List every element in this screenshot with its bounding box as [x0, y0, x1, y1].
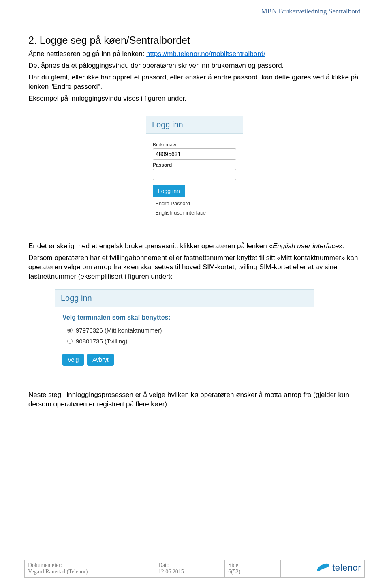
- page-footer: Dokumenteier: Vegard Ramstad (Telenor) D…: [24, 560, 365, 578]
- username-input[interactable]: [153, 148, 236, 160]
- page-header: MBN Brukerveiledning Sentralbord: [28, 0, 361, 18]
- url-link[interactable]: https://mb.telenor.no/mobiltsentralbord/: [146, 50, 265, 58]
- footer-page-label: Side: [228, 562, 277, 569]
- section-heading: 2. Logge seg på køen/Sentralbordet: [28, 34, 361, 46]
- username-label: Brukernavn: [153, 142, 236, 148]
- cancel-button[interactable]: Avbryt: [87, 354, 113, 366]
- terminal-option-1[interactable]: 97976326 (Mitt kontaktnummer): [67, 327, 306, 334]
- password-input[interactable]: [153, 169, 236, 180]
- change-password-link[interactable]: Endre Passord: [155, 200, 236, 206]
- login-button[interactable]: Logg inn: [153, 185, 185, 197]
- footer-owner-label: Dokumenteier:: [28, 562, 152, 569]
- paragraph-open-link: Åpne nettleseren og gå inn på lenken: ht…: [28, 49, 361, 59]
- main-content: 2. Logge seg på køen/Sentralbordet Åpne …: [28, 18, 361, 409]
- radio-icon: [67, 339, 73, 344]
- footer-date-value: 12.06.2015: [158, 569, 221, 575]
- login-figure: Logg inn Brukernavn Passord Logg inn End…: [146, 116, 243, 223]
- terminal-title: Logg inn: [55, 290, 314, 307]
- login-title: Logg inn: [146, 116, 243, 134]
- telenor-logo-text: telenor: [332, 562, 361, 573]
- paragraph-example-below: Eksempel på innloggingsvindu vises i fig…: [28, 94, 361, 103]
- footer-table: Dokumenteier: Vegard Ramstad (Telenor) D…: [24, 560, 365, 578]
- footer-owner-value: Vegard Ramstad (Telenor): [28, 569, 152, 575]
- terminal-prompt: Velg terminalen som skal benyttes:: [62, 314, 306, 321]
- paragraph-login-window: Det åpnes da et påloggingsvindu der oper…: [28, 61, 361, 71]
- select-button[interactable]: Velg: [62, 354, 84, 366]
- password-label: Passord: [153, 162, 236, 168]
- paragraph-twin-subscription: Dersom operatøren har et tvillingabonnem…: [28, 253, 361, 281]
- terminal-figure: Logg inn Velg terminalen som skal benytt…: [55, 289, 314, 374]
- terminal-option-1-label: 97976326 (Mitt kontaktnummer): [76, 327, 162, 334]
- paragraph-next-step: Neste steg i innloggingsprosessen er å v…: [28, 391, 361, 409]
- terminal-option-2-label: 90801735 (Tvilling): [76, 338, 128, 345]
- radio-icon: [67, 328, 73, 333]
- footer-page-value: 6(52): [228, 569, 277, 575]
- header-title: MBN Brukerveiledning Sentralbord: [261, 7, 361, 15]
- telenor-logo: telenor: [316, 562, 361, 573]
- footer-date-label: Dato: [158, 562, 221, 569]
- paragraph-change-password: Har du glemt, eller ikke har opprettet p…: [28, 73, 361, 92]
- paragraph-english-ui: Er det ønskelig med et engelsk brukergre…: [28, 242, 361, 251]
- english-interface-link[interactable]: English user interface: [155, 210, 236, 216]
- terminal-option-2[interactable]: 90801735 (Tvilling): [67, 338, 306, 345]
- telenor-icon: [316, 562, 330, 573]
